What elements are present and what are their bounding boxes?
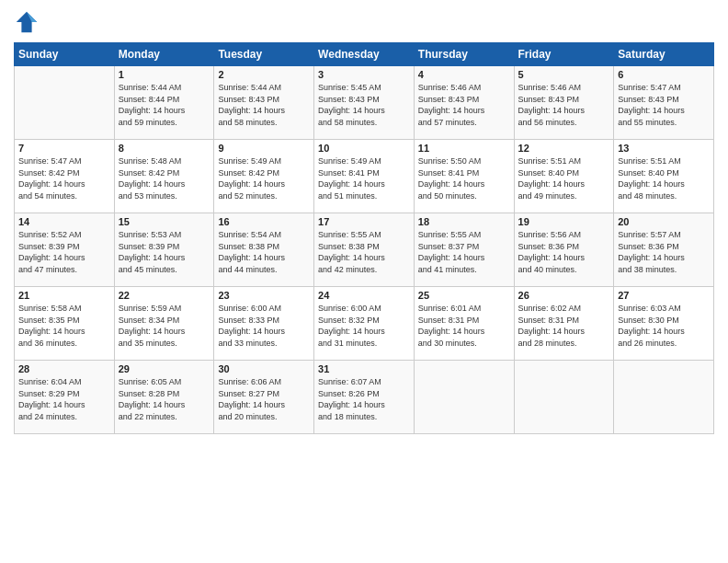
day-number: 22	[119, 290, 210, 301]
calendar-cell	[514, 361, 614, 434]
day-info: Sunrise: 5:59 AM Sunset: 8:34 PM Dayligh…	[119, 303, 210, 349]
calendar-cell: 28Sunrise: 6:04 AM Sunset: 8:29 PM Dayli…	[15, 361, 115, 434]
calendar-cell: 22Sunrise: 5:59 AM Sunset: 8:34 PM Dayli…	[114, 287, 214, 361]
day-number: 9	[218, 143, 310, 154]
week-row-4: 21Sunrise: 5:58 AM Sunset: 8:35 PM Dayli…	[15, 287, 714, 361]
day-info: Sunrise: 5:51 AM Sunset: 8:40 PM Dayligh…	[518, 155, 610, 201]
day-number: 4	[418, 69, 510, 80]
calendar-cell: 17Sunrise: 5:55 AM Sunset: 8:38 PM Dayli…	[314, 213, 415, 287]
calendar-cell: 24Sunrise: 6:00 AM Sunset: 8:32 PM Dayli…	[314, 287, 415, 361]
col-header-sunday: Sunday	[15, 43, 115, 66]
calendar-cell: 15Sunrise: 5:53 AM Sunset: 8:39 PM Dayli…	[114, 213, 214, 287]
calendar-cell: 9Sunrise: 5:49 AM Sunset: 8:42 PM Daylig…	[214, 140, 314, 213]
day-info: Sunrise: 6:00 AM Sunset: 8:33 PM Dayligh…	[218, 303, 310, 349]
day-info: Sunrise: 6:05 AM Sunset: 8:28 PM Dayligh…	[119, 376, 210, 422]
day-number: 5	[518, 69, 610, 80]
day-info: Sunrise: 5:53 AM Sunset: 8:39 PM Dayligh…	[119, 229, 210, 275]
calendar-cell: 25Sunrise: 6:01 AM Sunset: 8:31 PM Dayli…	[414, 287, 514, 361]
day-number: 17	[318, 216, 410, 227]
calendar-cell: 1Sunrise: 5:44 AM Sunset: 8:44 PM Daylig…	[114, 66, 214, 140]
day-number: 30	[218, 363, 310, 374]
week-row-1: 1Sunrise: 5:44 AM Sunset: 8:44 PM Daylig…	[15, 66, 714, 140]
logo	[14, 9, 41, 35]
calendar-cell	[614, 361, 714, 434]
calendar-cell: 3Sunrise: 5:45 AM Sunset: 8:43 PM Daylig…	[314, 66, 415, 140]
day-info: Sunrise: 5:55 AM Sunset: 8:37 PM Dayligh…	[418, 229, 510, 275]
logo-icon	[14, 9, 40, 35]
day-info: Sunrise: 6:02 AM Sunset: 8:31 PM Dayligh…	[518, 303, 610, 349]
calendar-cell: 16Sunrise: 5:54 AM Sunset: 8:38 PM Dayli…	[214, 213, 314, 287]
day-number: 12	[518, 143, 610, 154]
calendar-cell: 5Sunrise: 5:46 AM Sunset: 8:43 PM Daylig…	[514, 66, 614, 140]
day-number: 27	[618, 290, 710, 301]
day-number: 28	[18, 363, 110, 374]
calendar-table: SundayMondayTuesdayWednesdayThursdayFrid…	[14, 42, 714, 434]
calendar-cell	[15, 66, 115, 140]
calendar-cell: 10Sunrise: 5:49 AM Sunset: 8:41 PM Dayli…	[314, 140, 415, 213]
calendar-cell: 19Sunrise: 5:56 AM Sunset: 8:36 PM Dayli…	[514, 213, 614, 287]
day-info: Sunrise: 5:47 AM Sunset: 8:42 PM Dayligh…	[18, 155, 110, 201]
calendar-cell: 21Sunrise: 5:58 AM Sunset: 8:35 PM Dayli…	[15, 287, 115, 361]
day-number: 18	[418, 216, 510, 227]
day-number: 8	[119, 143, 210, 154]
day-info: Sunrise: 5:44 AM Sunset: 8:43 PM Dayligh…	[218, 82, 310, 128]
header	[14, 9, 714, 35]
day-number: 24	[318, 290, 410, 301]
day-info: Sunrise: 6:01 AM Sunset: 8:31 PM Dayligh…	[418, 303, 510, 349]
calendar-cell: 26Sunrise: 6:02 AM Sunset: 8:31 PM Dayli…	[514, 287, 614, 361]
day-info: Sunrise: 6:06 AM Sunset: 8:27 PM Dayligh…	[218, 376, 310, 422]
calendar-cell: 12Sunrise: 5:51 AM Sunset: 8:40 PM Dayli…	[514, 140, 614, 213]
day-info: Sunrise: 5:51 AM Sunset: 8:40 PM Dayligh…	[618, 155, 710, 201]
day-info: Sunrise: 5:44 AM Sunset: 8:44 PM Dayligh…	[119, 82, 210, 128]
col-header-tuesday: Tuesday	[214, 43, 314, 66]
day-info: Sunrise: 5:48 AM Sunset: 8:42 PM Dayligh…	[119, 155, 210, 201]
day-info: Sunrise: 5:46 AM Sunset: 8:43 PM Dayligh…	[418, 82, 510, 128]
day-info: Sunrise: 6:03 AM Sunset: 8:30 PM Dayligh…	[618, 303, 710, 349]
day-info: Sunrise: 5:49 AM Sunset: 8:41 PM Dayligh…	[318, 155, 410, 201]
day-number: 2	[218, 69, 310, 80]
day-number: 10	[318, 143, 410, 154]
day-info: Sunrise: 5:54 AM Sunset: 8:38 PM Dayligh…	[218, 229, 310, 275]
col-header-friday: Friday	[514, 43, 614, 66]
col-header-saturday: Saturday	[614, 43, 714, 66]
header-row: SundayMondayTuesdayWednesdayThursdayFrid…	[15, 43, 714, 66]
day-info: Sunrise: 5:56 AM Sunset: 8:36 PM Dayligh…	[518, 229, 610, 275]
day-number: 19	[518, 216, 610, 227]
day-info: Sunrise: 5:45 AM Sunset: 8:43 PM Dayligh…	[318, 82, 410, 128]
day-info: Sunrise: 6:00 AM Sunset: 8:32 PM Dayligh…	[318, 303, 410, 349]
day-info: Sunrise: 5:57 AM Sunset: 8:36 PM Dayligh…	[618, 229, 710, 275]
calendar-cell: 6Sunrise: 5:47 AM Sunset: 8:43 PM Daylig…	[614, 66, 714, 140]
day-number: 16	[218, 216, 310, 227]
col-header-thursday: Thursday	[414, 43, 514, 66]
day-info: Sunrise: 6:07 AM Sunset: 8:26 PM Dayligh…	[318, 376, 410, 422]
day-number: 6	[618, 69, 710, 80]
calendar-cell: 8Sunrise: 5:48 AM Sunset: 8:42 PM Daylig…	[114, 140, 214, 213]
calendar-cell: 27Sunrise: 6:03 AM Sunset: 8:30 PM Dayli…	[614, 287, 714, 361]
calendar-cell: 2Sunrise: 5:44 AM Sunset: 8:43 PM Daylig…	[214, 66, 314, 140]
day-number: 15	[119, 216, 210, 227]
day-number: 3	[318, 69, 410, 80]
calendar-cell	[414, 361, 514, 434]
page: SundayMondayTuesdayWednesdayThursdayFrid…	[0, 0, 728, 563]
day-number: 14	[18, 216, 110, 227]
day-info: Sunrise: 5:47 AM Sunset: 8:43 PM Dayligh…	[618, 82, 710, 128]
calendar-cell: 29Sunrise: 6:05 AM Sunset: 8:28 PM Dayli…	[114, 361, 214, 434]
calendar-cell: 7Sunrise: 5:47 AM Sunset: 8:42 PM Daylig…	[15, 140, 115, 213]
calendar-cell: 13Sunrise: 5:51 AM Sunset: 8:40 PM Dayli…	[614, 140, 714, 213]
day-number: 11	[418, 143, 510, 154]
week-row-2: 7Sunrise: 5:47 AM Sunset: 8:42 PM Daylig…	[15, 140, 714, 213]
week-row-5: 28Sunrise: 6:04 AM Sunset: 8:29 PM Dayli…	[15, 361, 714, 434]
day-info: Sunrise: 5:55 AM Sunset: 8:38 PM Dayligh…	[318, 229, 410, 275]
calendar-cell: 23Sunrise: 6:00 AM Sunset: 8:33 PM Dayli…	[214, 287, 314, 361]
calendar-cell: 20Sunrise: 5:57 AM Sunset: 8:36 PM Dayli…	[614, 213, 714, 287]
day-number: 1	[119, 69, 210, 80]
day-info: Sunrise: 5:49 AM Sunset: 8:42 PM Dayligh…	[218, 155, 310, 201]
col-header-wednesday: Wednesday	[314, 43, 415, 66]
day-number: 29	[119, 363, 210, 374]
week-row-3: 14Sunrise: 5:52 AM Sunset: 8:39 PM Dayli…	[15, 213, 714, 287]
day-number: 13	[618, 143, 710, 154]
day-number: 26	[518, 290, 610, 301]
day-number: 31	[318, 363, 410, 374]
calendar-cell: 18Sunrise: 5:55 AM Sunset: 8:37 PM Dayli…	[414, 213, 514, 287]
calendar-cell: 14Sunrise: 5:52 AM Sunset: 8:39 PM Dayli…	[15, 213, 115, 287]
